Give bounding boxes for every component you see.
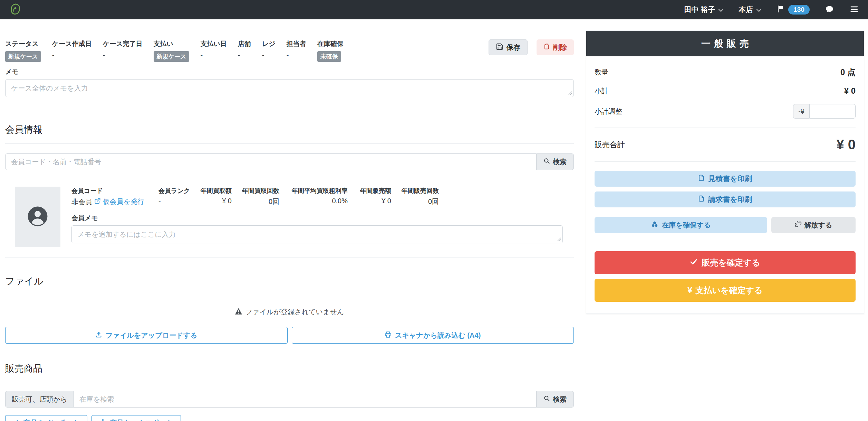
- field-label: 支払い: [154, 39, 190, 48]
- store-name: 本店: [739, 5, 753, 15]
- field-stock-hold: 在庫確保 未確保: [317, 39, 344, 62]
- field-status: ステータス 新規ケース: [5, 39, 41, 62]
- member-code-value: 非会員: [71, 198, 92, 206]
- resize-handle-icon[interactable]: [568, 90, 572, 96]
- field-label: ケース作成日: [52, 39, 92, 48]
- adjustment-input[interactable]: [809, 104, 856, 119]
- menu-button[interactable]: [849, 5, 859, 15]
- product-search-group: 販売可、店頭から 検索: [5, 391, 574, 408]
- field-payment-date: 支払い日 -: [200, 39, 226, 62]
- yen-icon: ¥: [687, 286, 692, 295]
- stock-hold-badge: 未確保: [317, 51, 341, 62]
- confirm-payment-button[interactable]: ¥ 支払いを確定する: [595, 279, 856, 302]
- release-stock-button[interactable]: 解放する: [771, 217, 856, 233]
- print-invoice-button[interactable]: 請求書を印刷: [595, 191, 856, 207]
- member-memo-textarea[interactable]: [71, 225, 563, 243]
- chevron-down-icon: [756, 7, 761, 13]
- printer-scanner-icon: [385, 331, 392, 340]
- member-search-group: 検索: [5, 153, 574, 170]
- trash-icon: [543, 43, 550, 52]
- flag-notifications[interactable]: 130: [777, 5, 810, 15]
- field-value: -: [103, 51, 143, 59]
- field-register: レジ -: [262, 39, 276, 62]
- external-link-icon: [94, 198, 101, 206]
- flag-icon: [777, 5, 785, 15]
- chat-bubble-icon: [825, 5, 834, 15]
- member-rank-label: 会員ランク: [158, 187, 188, 195]
- chevron-down-icon: [718, 7, 723, 13]
- member-search-input[interactable]: [5, 153, 537, 170]
- field-label: 担当者: [287, 39, 306, 48]
- total-label: 販売合計: [595, 140, 625, 150]
- member-section-title: 会員情報: [5, 123, 574, 136]
- annual-sales-amount-stat: 年間販売額 ¥ 0: [355, 187, 391, 205]
- field-label: ケース完了日: [103, 39, 143, 48]
- field-case-completed: ケース完了日 -: [103, 39, 143, 62]
- field-value: -: [52, 51, 92, 59]
- avatar: [15, 187, 60, 247]
- member-code-stat: 会員コード 非会員 仮会員を発行: [71, 187, 151, 207]
- search-icon: [543, 158, 550, 166]
- export-products-button[interactable]: 商品をエクスポート: [91, 415, 181, 421]
- field-staff: 担当者 -: [287, 39, 306, 62]
- case-memo-label: メモ: [5, 67, 574, 76]
- confirm-sale-button[interactable]: 販売を確定する: [595, 251, 856, 274]
- app-logo-leaf-icon[interactable]: [9, 3, 21, 17]
- upload-file-button[interactable]: ファイルをアップロードする: [5, 327, 288, 344]
- subtotal-label: 小計: [595, 86, 608, 96]
- product-search-input[interactable]: [74, 391, 537, 408]
- member-code-label: 会員コード: [71, 187, 151, 195]
- search-label: 検索: [553, 157, 567, 167]
- warning-triangle-icon: [235, 308, 242, 316]
- resize-handle-icon[interactable]: [557, 236, 561, 243]
- member-search-button[interactable]: 検索: [537, 153, 574, 170]
- field-label: 在庫確保: [317, 39, 344, 48]
- top-navbar: 田中 裕子 本店 130: [0, 0, 868, 19]
- field-label: レジ: [262, 39, 276, 48]
- scan-button[interactable]: スキャナから読み込む (A4): [292, 327, 574, 344]
- unlink-icon: [795, 221, 802, 230]
- field-value: -: [238, 51, 251, 59]
- member-rank-stat: 会員ランク -: [158, 187, 188, 205]
- case-memo-textarea[interactable]: [5, 79, 574, 97]
- member-memo-label: 会員メモ: [71, 214, 563, 223]
- subtotal-value: ¥ 0: [844, 86, 856, 96]
- annual-purchase-amount-stat: 年間買取額 ¥ 0: [196, 187, 232, 205]
- person-avatar-icon: [27, 206, 48, 228]
- total-value: ¥ 0: [836, 137, 856, 152]
- pdf-file-icon: [698, 174, 705, 183]
- flag-count-badge: 130: [788, 5, 810, 15]
- download-icon: [99, 419, 106, 421]
- field-value: -: [262, 51, 276, 59]
- annual-purchase-count-stat: 年間買取回数 0回: [239, 187, 279, 206]
- save-label: 保存: [507, 43, 520, 52]
- field-store: 店舗 -: [238, 39, 251, 62]
- field-label: ステータス: [5, 39, 41, 48]
- user-name: 田中 裕子: [684, 5, 715, 15]
- product-search-button[interactable]: 検索: [537, 391, 574, 408]
- print-quote-button[interactable]: 見積書を印刷: [595, 171, 856, 187]
- store-menu[interactable]: 本店: [739, 5, 761, 15]
- hamburger-menu-icon: [849, 5, 859, 15]
- field-value: -: [287, 51, 306, 59]
- chat-button[interactable]: [825, 5, 834, 15]
- delete-button[interactable]: 削除: [537, 39, 574, 55]
- search-label: 検索: [553, 395, 567, 404]
- pdf-file-icon: [698, 195, 705, 204]
- issue-temp-member-link[interactable]: 仮会員を発行: [94, 197, 144, 206]
- reserve-stock-button[interactable]: 在庫を確保する: [595, 217, 767, 233]
- import-arrow-icon: [13, 419, 20, 421]
- quantity-label: 数量: [595, 68, 608, 77]
- annual-sales-count-stat: 年間販売回数 0回: [399, 187, 439, 206]
- upload-icon: [95, 331, 102, 340]
- issue-temp-member-label: 仮会員を発行: [103, 197, 144, 206]
- sale-panel-title: 一般販売: [586, 31, 864, 56]
- status-badge: 新規ケース: [5, 51, 41, 62]
- field-label: 店舗: [238, 39, 251, 48]
- user-menu[interactable]: 田中 裕子: [684, 5, 723, 15]
- delete-label: 削除: [553, 43, 567, 52]
- files-empty-message: ファイルが登録されていません: [5, 307, 574, 317]
- save-button[interactable]: 保存: [489, 39, 528, 55]
- field-value: -: [200, 51, 226, 59]
- import-products-button[interactable]: 商品をインポート: [5, 415, 87, 421]
